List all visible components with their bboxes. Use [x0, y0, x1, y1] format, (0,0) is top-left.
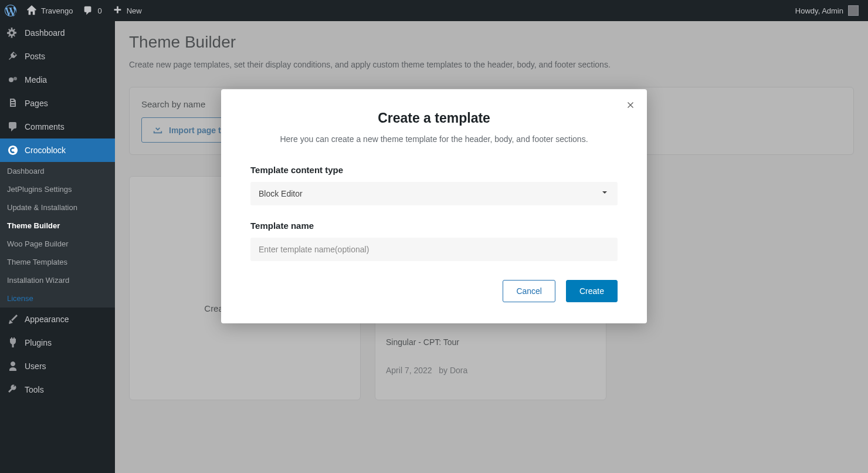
sidebar-item-label: Dashboard	[25, 28, 65, 38]
comment-icon	[7, 121, 19, 133]
dashboard-icon	[7, 27, 19, 39]
user-icon	[7, 360, 19, 372]
new-label: New	[127, 6, 142, 15]
sidebar-item-label: Tools	[25, 385, 44, 394]
sidebar-item-plugins[interactable]: Plugins	[0, 331, 115, 354]
sidebar-item-media[interactable]: Media	[0, 68, 115, 92]
admin-bar-left: Travengo 0 New	[0, 0, 147, 21]
submenu-theme-builder[interactable]: Theme Builder	[0, 217, 115, 235]
comments-link[interactable]: 0	[77, 0, 106, 21]
create-template-modal: Create a template Here you can create a …	[221, 89, 647, 323]
sidebar-item-dashboard[interactable]: Dashboard	[0, 21, 115, 45]
content-type-select[interactable]: Block Editor	[250, 182, 618, 205]
modal-description: Here you can create a new theme template…	[250, 134, 618, 144]
site-name-link[interactable]: Travengo	[21, 0, 77, 21]
submenu-theme-templates[interactable]: Theme Templates	[0, 253, 115, 271]
submenu-jetplugins[interactable]: JetPlugins Settings	[0, 180, 115, 198]
avatar	[848, 5, 859, 16]
sidebar-item-label: Media	[25, 75, 47, 85]
sidebar-item-label: Crocoblock	[25, 146, 66, 155]
modal-title: Create a template	[250, 110, 618, 126]
admin-sidebar: Dashboard Posts Media Pages Comments Cro…	[0, 21, 115, 473]
submenu-wizard[interactable]: Installation Wizard	[0, 271, 115, 289]
sidebar-item-comments[interactable]: Comments	[0, 115, 115, 138]
sidebar-item-label: Plugins	[25, 338, 52, 347]
wp-logo[interactable]	[0, 0, 21, 21]
new-link[interactable]: New	[107, 0, 147, 21]
admin-bar-right[interactable]: Howdy, Admin	[795, 5, 863, 16]
modal-actions: Cancel Create	[250, 280, 618, 302]
submenu-woo[interactable]: Woo Page Builder	[0, 235, 115, 253]
home-icon	[26, 5, 38, 16]
wordpress-icon	[5, 5, 16, 16]
submenu-dashboard[interactable]: Dashboard	[0, 162, 115, 180]
plugin-icon	[7, 337, 19, 349]
sidebar-item-label: Appearance	[25, 315, 69, 324]
cancel-button[interactable]: Cancel	[503, 280, 555, 302]
select-value: Block Editor	[259, 189, 303, 198]
sidebar-item-posts[interactable]: Posts	[0, 45, 115, 68]
submenu-license[interactable]: License	[0, 289, 115, 308]
pin-icon	[7, 50, 19, 62]
greeting: Howdy, Admin	[795, 6, 843, 15]
sidebar-item-pages[interactable]: Pages	[0, 92, 115, 115]
comment-icon	[82, 5, 94, 16]
pages-icon	[7, 97, 19, 109]
modal-close-button[interactable]	[625, 100, 636, 114]
admin-bar: Travengo 0 New Howdy, Admin	[0, 0, 868, 21]
sidebar-item-label: Comments	[25, 122, 65, 131]
sidebar-item-label: Users	[25, 361, 46, 371]
template-name-label: Template name	[250, 221, 618, 231]
appearance-icon	[7, 313, 19, 325]
sidebar-item-label: Posts	[25, 52, 45, 61]
sidebar-item-crocoblock[interactable]: Crocoblock	[0, 138, 115, 162]
create-button[interactable]: Create	[566, 280, 618, 302]
submenu-update[interactable]: Update & Installation	[0, 198, 115, 217]
plus-icon	[111, 5, 123, 16]
site-name: Travengo	[41, 6, 73, 15]
chevron-down-icon	[600, 188, 609, 200]
sidebar-item-users[interactable]: Users	[0, 354, 115, 378]
tools-icon	[7, 384, 19, 396]
croco-icon	[7, 144, 19, 156]
sidebar-item-label: Pages	[25, 99, 48, 108]
media-icon	[7, 74, 19, 86]
submenu: Dashboard JetPlugins Settings Update & I…	[0, 162, 115, 308]
sidebar-item-tools[interactable]: Tools	[0, 378, 115, 401]
template-name-input[interactable]	[250, 238, 618, 261]
sidebar-item-appearance[interactable]: Appearance	[0, 308, 115, 331]
close-icon	[625, 103, 636, 113]
comment-count: 0	[97, 6, 101, 15]
content-type-label: Template content type	[250, 165, 618, 175]
svg-point-1	[13, 77, 17, 80]
svg-point-0	[9, 77, 13, 82]
